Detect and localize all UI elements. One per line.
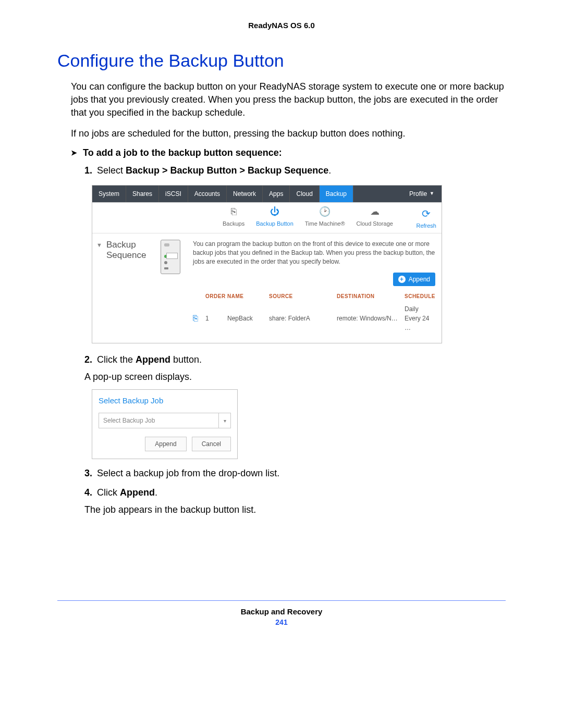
step-number: 4.	[84, 487, 92, 498]
tab-backup[interactable]: Backup	[320, 186, 353, 202]
step-1: 1. Select Backup > Backup Button > Backu…	[84, 164, 506, 343]
chevron-down-icon: ▾	[218, 413, 230, 428]
profile-menu[interactable]: Profile ▼	[402, 186, 442, 202]
procedure-heading-text: To add a job to the backup button sequen…	[83, 147, 282, 158]
section-description: You can program the backup button on the…	[193, 240, 435, 266]
step-3-text: Select a backup job from the drop-down l…	[97, 468, 279, 478]
cell-destination: remote: Windows/N…	[337, 314, 405, 323]
subtab-time-machine-label: Time Machine®	[305, 219, 345, 228]
procedure-heading: ➤ To add a job to the backup button sequ…	[71, 147, 506, 158]
footer-page-number: 241	[57, 618, 506, 626]
step-4: 4. Click Append. The job appears in the …	[84, 486, 506, 517]
tab-iscsi[interactable]: iSCSI	[159, 186, 188, 202]
backups-icon: ⎘	[227, 206, 240, 218]
step-number: 2.	[84, 354, 92, 365]
step-4-sub: The job appears in the backup button lis…	[84, 503, 506, 517]
table-row[interactable]: ⎘ 1 NepBack share: FolderA remote: Windo…	[193, 302, 435, 335]
clock-icon: 🕑	[319, 206, 331, 218]
section-label: Backup Sequence	[106, 240, 146, 260]
cell-source: share: FolderA	[269, 314, 337, 323]
sub-tab-bar: ⎘ Backups ⏻ Backup Button 🕑 Time Machine…	[92, 203, 442, 234]
refresh-icon: ⟳	[422, 206, 431, 221]
screenshot-dialog: Select Backup Job Select Backup Job ▾ Ap…	[92, 389, 238, 460]
dialog-buttons: Append Cancel	[99, 437, 231, 451]
step-4-bold: Append	[120, 487, 155, 498]
step-1-text-a: Select	[97, 165, 126, 176]
col-name: NAME	[227, 292, 269, 300]
tab-network[interactable]: Network	[227, 186, 263, 202]
step-1-bold: Backup > Backup Button > Backup Sequence	[126, 165, 328, 176]
tab-apps[interactable]: Apps	[263, 186, 290, 202]
dialog-title: Select Backup Job	[99, 395, 231, 407]
doc-header: ReadyNAS OS 6.0	[57, 21, 506, 30]
refresh-label: Refresh	[416, 221, 436, 230]
intro-paragraph-2: If no jobs are scheduled for the button,…	[71, 127, 506, 140]
append-button-label: Append	[409, 275, 430, 284]
tab-cloud[interactable]: Cloud	[290, 186, 319, 202]
tab-shares[interactable]: Shares	[126, 186, 159, 202]
subtab-backup-button[interactable]: ⏻ Backup Button	[256, 206, 293, 228]
step-3: 3. Select a backup job from the drop-dow…	[84, 466, 506, 480]
step-2: 2. Click the Append button. A pop-up scr…	[84, 353, 506, 460]
cell-name: NepBack	[227, 314, 269, 323]
tab-accounts[interactable]: Accounts	[188, 186, 227, 202]
backup-button-icon: ⏻	[268, 206, 281, 218]
device-led-grey	[164, 261, 167, 264]
refresh-button[interactable]: ⟳ Refresh	[416, 206, 436, 230]
step-2-bold: Append	[136, 354, 170, 365]
col-schedule: SCHEDULE	[405, 292, 435, 300]
page-footer: Backup and Recovery 241	[57, 600, 506, 626]
select-placeholder: Select Backup Job	[99, 413, 218, 428]
chevron-down-icon: ▼	[430, 190, 434, 198]
subtab-time-machine[interactable]: 🕑 Time Machine®	[305, 206, 345, 228]
cell-schedule: Daily Every 24 …	[405, 304, 435, 332]
step-2-text-a: Click the	[97, 354, 136, 365]
device-slot	[164, 267, 168, 269]
step-1-text-c: .	[328, 165, 331, 176]
col-destination: DESTINATION	[337, 292, 405, 300]
screenshot-main-ui: System Shares iSCSI Accounts Network App…	[92, 185, 442, 343]
triangle-bullet-icon: ➤	[71, 149, 77, 157]
job-icon: ⎘	[193, 314, 198, 323]
subtab-backups-label: Backups	[223, 219, 244, 228]
subtab-cloud-storage[interactable]: ☁ Cloud Storage	[357, 206, 393, 228]
col-order: ORDER	[205, 292, 227, 300]
footer-section: Backup and Recovery	[57, 607, 506, 616]
tab-spacer	[353, 186, 402, 202]
section-label-line2: Sequence	[106, 250, 146, 261]
left-column: ▼ Backup Sequence	[96, 240, 193, 334]
dialog-cancel-button[interactable]: Cancel	[192, 437, 231, 451]
step-4-text-c: .	[155, 487, 157, 498]
page: ReadyNAS OS 6.0 Configure the Backup But…	[0, 0, 563, 647]
step-2-text-c: button.	[170, 354, 202, 365]
step-4-text-a: Click	[97, 487, 120, 498]
intro-paragraph-1: You can configure the backup button on y…	[71, 80, 506, 120]
device-bay	[166, 253, 178, 259]
main-content-row: ▼ Backup Sequence You can	[92, 233, 442, 342]
right-column: You can program the backup button on the…	[193, 240, 435, 334]
procedure-steps: 1. Select Backup > Backup Button > Backu…	[84, 164, 506, 517]
append-button[interactable]: + Append	[393, 273, 435, 286]
cell-order: 1	[205, 314, 227, 323]
section-label-line1: Backup	[106, 240, 146, 250]
subtab-backup-button-label: Backup Button	[256, 219, 293, 228]
col-icon	[193, 292, 205, 300]
main-tab-bar: System Shares iSCSI Accounts Network App…	[92, 186, 442, 203]
step-number: 1.	[84, 165, 92, 176]
backup-job-select[interactable]: Select Backup Job ▾	[99, 413, 231, 428]
col-source: SOURCE	[269, 292, 337, 300]
disclosure-triangle-icon[interactable]: ▼	[96, 241, 102, 250]
subtab-cloud-storage-label: Cloud Storage	[357, 219, 393, 228]
device-illustration	[161, 240, 180, 274]
tab-system[interactable]: System	[92, 186, 126, 202]
step-number: 3.	[84, 468, 92, 478]
subtab-backups[interactable]: ⎘ Backups	[223, 206, 244, 228]
step-2-sub: A pop-up screen displays.	[84, 370, 506, 384]
profile-label: Profile	[409, 189, 427, 199]
page-title: Configure the Backup Button	[57, 51, 506, 71]
plus-icon: +	[398, 276, 406, 283]
table-header: ORDER NAME SOURCE DESTINATION SCHEDULE	[193, 290, 435, 302]
dialog-append-button[interactable]: Append	[145, 437, 186, 451]
cloud-icon: ☁	[369, 206, 381, 218]
